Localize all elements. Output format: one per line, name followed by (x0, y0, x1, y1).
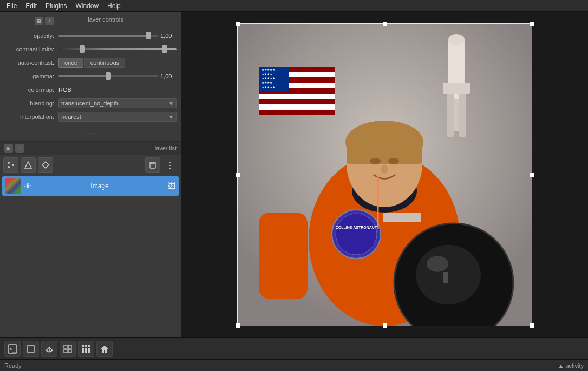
layer-list-icon1[interactable]: ⊞ (4, 144, 13, 153)
svg-rect-35 (347, 137, 422, 164)
svg-point-2 (8, 166, 10, 168)
svg-rect-42 (383, 213, 421, 222)
svg-rect-24 (259, 110, 335, 115)
svg-rect-57 (82, 345, 84, 347)
svg-rect-14 (459, 94, 466, 137)
layer-tool-shapes[interactable] (21, 157, 36, 173)
opacity-slider[interactable] (58, 32, 158, 39)
svg-rect-54 (68, 345, 71, 348)
svg-text:★★★★: ★★★★ (262, 81, 272, 84)
layer-name: Image (35, 182, 165, 190)
svg-rect-23 (259, 104, 335, 110)
layer-tool-points[interactable] (3, 157, 18, 173)
menu-help[interactable]: Help (103, 1, 125, 11)
layer-delete-btn[interactable] (145, 157, 160, 173)
interpolation-label: interpolation: (4, 114, 58, 120)
svg-point-37 (388, 158, 399, 164)
toolbar-grid-btn[interactable] (60, 341, 76, 357)
layer-controls-icon2[interactable]: + (45, 17, 54, 25)
svg-point-1 (12, 164, 14, 166)
svg-text:COLLINS ASTRONAUT: COLLINS ASTRONAUT (336, 226, 377, 229)
svg-marker-3 (25, 162, 31, 168)
colormap-value: RGB (58, 87, 71, 93)
svg-rect-56 (68, 349, 71, 353)
opacity-row: opacity: 1,00 (4, 30, 177, 41)
interpolation-row: interpolation: nearest ▼ (4, 111, 177, 122)
layer-type-icon: 🖼 (168, 182, 175, 190)
svg-rect-62 (88, 348, 90, 350)
svg-rect-46 (443, 272, 448, 283)
toolbar-home-btn[interactable] (96, 341, 113, 357)
svg-text:★★★★★: ★★★★★ (262, 77, 275, 80)
layer-controls-icon1[interactable]: ⊞ (35, 17, 43, 25)
svg-rect-61 (85, 348, 87, 350)
svg-text:★★★★★: ★★★★★ (262, 85, 275, 89)
layer-tool-labels[interactable] (38, 157, 53, 173)
auto-contrast-label: auto-contrast: (4, 59, 58, 66)
svg-rect-55 (64, 349, 67, 353)
layer-list-icon2[interactable]: + (15, 144, 24, 153)
toolbar-console-btn[interactable]: >_ (4, 341, 21, 357)
svg-rect-58 (85, 345, 87, 347)
toolbar-dots-btn[interactable] (78, 341, 94, 357)
interpolation-select[interactable]: nearest ▼ (58, 112, 177, 122)
contrast-slider[interactable] (58, 45, 177, 53)
svg-rect-60 (82, 348, 84, 350)
svg-text:★★★★★: ★★★★★ (262, 68, 275, 71)
svg-text:>_: >_ (9, 346, 16, 353)
menu-plugins[interactable]: Plugins (41, 1, 71, 11)
canvas-area[interactable]: ★★★★★ ★★★★ ★★★★★ ★★★★ ★★★★★ (181, 12, 588, 337)
blending-row: blending: translucent_no_depth ▼ (4, 98, 177, 109)
opacity-value: 1,00 (160, 32, 177, 39)
svg-rect-11 (443, 83, 470, 94)
svg-rect-59 (88, 345, 90, 347)
colormap-row: colormap: RGB (4, 84, 177, 95)
svg-rect-64 (85, 350, 87, 353)
layer-item[interactable]: 👁 Image 🖼 (2, 176, 179, 196)
menu-file[interactable]: File (2, 1, 21, 11)
svg-point-15 (448, 34, 465, 45)
layer-controls-panel: ⊞ + laver controls opacity: 1,00 (0, 12, 181, 142)
contrast-label: contrast limits: (4, 46, 58, 52)
toolbar-3d-btn[interactable] (41, 341, 57, 357)
gamma-value: 1,00 (160, 73, 177, 80)
blending-value: translucent_no_depth (61, 100, 119, 107)
layer-visibility-icon[interactable]: 👁 (24, 182, 31, 190)
svg-rect-22 (259, 99, 335, 104)
status-activity: ▲ activity (558, 362, 584, 369)
svg-point-45 (427, 256, 448, 272)
auto-contrast-buttons: once continuous (58, 58, 177, 68)
main-layout: ⊞ + laver controls opacity: 1,00 (0, 12, 588, 337)
btn-once[interactable]: once (58, 58, 83, 68)
svg-rect-51 (28, 346, 34, 352)
gamma-row: gamma: 1,00 (4, 71, 177, 82)
svg-rect-13 (447, 94, 454, 137)
more-dots: ... (4, 125, 177, 138)
opacity-label: opacity: (4, 32, 58, 39)
btn-continuous[interactable]: continuous (84, 58, 125, 68)
layer-thumbnail (5, 178, 21, 194)
layer-controls-header: ⊞ + laver controls (35, 16, 146, 26)
menu-edit[interactable]: Edit (21, 1, 41, 11)
svg-rect-4 (150, 163, 155, 168)
svg-point-40 (336, 214, 377, 255)
layer-more-btn[interactable]: ⋮ (162, 157, 178, 173)
layer-tools: ⋮ (0, 155, 181, 175)
gamma-label: gamma: (4, 73, 58, 80)
layer-list-section: ⊞ + laver list ⋮ (0, 142, 181, 337)
left-panel: ⊞ + laver controls opacity: 1,00 (0, 12, 181, 337)
auto-contrast-row: auto-contrast: once continuous (4, 57, 177, 68)
interpolation-arrow: ▼ (168, 114, 174, 120)
layer-controls-title: laver controls (65, 16, 146, 23)
svg-rect-65 (88, 350, 90, 353)
toolbar-square-btn[interactable] (23, 341, 39, 357)
svg-rect-63 (82, 350, 84, 353)
contrast-row: contrast limits: (4, 44, 177, 55)
menu-bar: File Edit Plugins Window Help (0, 0, 588, 12)
layer-list-title: laver list (155, 145, 177, 151)
gamma-slider[interactable] (58, 72, 158, 80)
blending-select[interactable]: translucent_no_depth ▼ (58, 98, 177, 108)
menu-window[interactable]: Window (71, 1, 103, 11)
svg-point-38 (381, 165, 388, 174)
svg-rect-47 (259, 213, 308, 299)
